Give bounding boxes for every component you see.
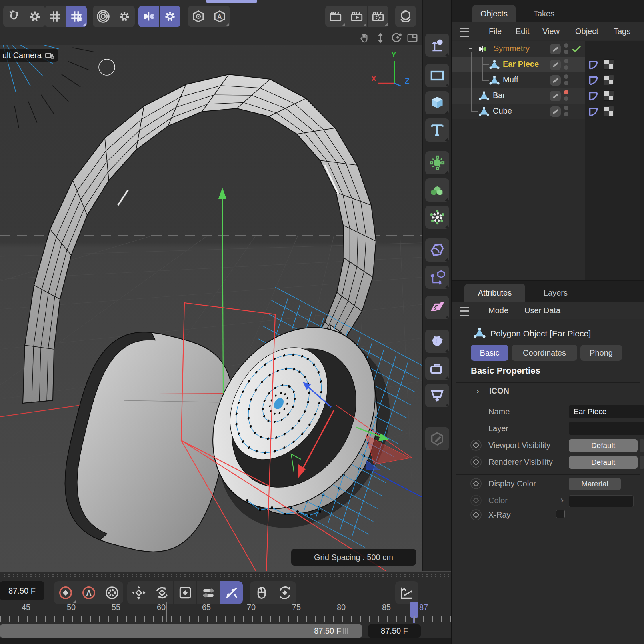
visibility-dot-bottom[interactable] (564, 81, 568, 85)
camera-label[interactable]: ult Camera (0, 49, 58, 62)
hexagon-annotate-icon[interactable]: A (209, 6, 230, 27)
dolly-arrows-icon[interactable] (373, 32, 387, 44)
keyframe-settings-button[interactable] (100, 581, 123, 604)
key-rotation-button[interactable] (150, 581, 173, 604)
end-frame-field[interactable]: 87.50 F (368, 624, 421, 638)
playhead[interactable] (410, 602, 418, 618)
color-expand-chevron[interactable]: › (560, 494, 564, 506)
icon-group-header[interactable]: ICON (489, 386, 509, 396)
timeline-grip[interactable] (2, 573, 449, 578)
phong-tag-icon[interactable] (588, 106, 598, 117)
layer-field[interactable] (569, 422, 644, 435)
key-filter-off-button[interactable] (220, 581, 243, 604)
visibility-dot-top-red[interactable] (564, 90, 568, 94)
autokey-button[interactable]: A (77, 581, 100, 604)
scrub-grip-icon[interactable] (343, 628, 344, 634)
visibility-dot-bottom[interactable] (564, 96, 568, 101)
tab-layers[interactable]: Layers (532, 284, 580, 302)
rectangle-spline-icon[interactable] (425, 64, 449, 87)
key-position-button[interactable] (127, 581, 150, 604)
object-name[interactable]: Symmetry (494, 44, 530, 53)
name-field[interactable] (569, 405, 644, 418)
object-name[interactable]: Ear Piece (503, 60, 539, 69)
object-row-muff[interactable]: Muff (452, 72, 585, 88)
dropdown-arrow-strip[interactable] (640, 439, 644, 452)
edit-pencil-icon[interactable] (550, 106, 561, 117)
object-name[interactable]: Muff (503, 75, 518, 84)
keyframe-diamond-icon[interactable] (470, 439, 482, 451)
symmetry-settings-gear-icon[interactable] (159, 6, 180, 27)
graph-editor-button[interactable] (395, 581, 418, 604)
edit-pencil-icon[interactable] (550, 91, 561, 101)
viewport-layout-icon[interactable] (405, 32, 419, 44)
edit-pencil-icon[interactable] (550, 60, 561, 70)
material-pencil-disabled-icon[interactable] (425, 427, 449, 450)
viewport-canvas[interactable] (0, 45, 422, 571)
keyframe-diamond-icon[interactable] (470, 478, 482, 490)
key-parameters-button[interactable] (196, 581, 220, 604)
attr-hamburger-icon[interactable] (460, 307, 469, 316)
xray-checkbox[interactable] (556, 510, 565, 518)
object-row-ear-piece[interactable]: Ear Piece (452, 57, 585, 72)
tab-objects[interactable]: Objects (472, 5, 516, 22)
chevron-right-icon[interactable]: › (476, 386, 479, 396)
edit-pencil-icon[interactable] (550, 44, 561, 54)
texture-tag-icon[interactable] (604, 59, 614, 70)
move-tool-icon[interactable] (425, 34, 449, 57)
symmetry-butterfly-icon[interactable] (138, 6, 159, 27)
expand-box-icon[interactable] (468, 46, 475, 53)
tab-attributes[interactable]: Attributes (464, 284, 525, 302)
instance-axis-icon[interactable] (425, 266, 449, 289)
om-menu-edit[interactable]: Edit (516, 22, 529, 40)
edit-pencil-icon[interactable] (550, 75, 561, 86)
texture-tag-icon[interactable] (604, 90, 614, 101)
tab-takes[interactable]: Takes (522, 5, 566, 22)
visibility-dot-top[interactable] (564, 43, 568, 48)
visibility-dot-top[interactable] (564, 106, 568, 110)
phong-tag-icon[interactable] (588, 59, 598, 70)
concentric-rings-icon[interactable] (93, 6, 114, 27)
text-object-icon[interactable] (425, 118, 449, 142)
render-picture-viewer-icon[interactable] (346, 6, 367, 27)
viewport-visibility-dropdown[interactable]: Default (569, 439, 638, 452)
om-menu-object[interactable]: Object (575, 22, 598, 40)
attr-menu-user-data[interactable]: User Data (524, 302, 560, 319)
simulation-gear-icon[interactable] (425, 206, 449, 229)
object-row-symmetry[interactable]: Symmetry (452, 41, 585, 57)
visibility-dot-top[interactable] (564, 74, 568, 79)
snap-settings-gear-icon[interactable] (24, 6, 45, 27)
workplane-lock-icon[interactable] (66, 6, 87, 27)
modeling-settings-gear-icon[interactable] (114, 6, 135, 27)
timeline-scrub-bar[interactable]: 87.50 F (0, 624, 362, 638)
stage-object-icon[interactable] (425, 384, 449, 407)
deformer-hexagon-icon[interactable] (425, 238, 449, 262)
orbit-icon[interactable] (389, 32, 403, 44)
render-settings-icon[interactable] (367, 6, 388, 27)
current-frame-field[interactable]: 87.50 F (0, 581, 44, 600)
tab-phong[interactable]: Phong (580, 345, 622, 361)
visibility-dot-top[interactable] (564, 59, 568, 63)
phong-tag-icon[interactable] (588, 90, 598, 101)
camera-object-icon[interactable] (425, 357, 449, 380)
trackball-icon[interactable] (395, 6, 416, 27)
keyframe-diamond-icon[interactable] (470, 509, 482, 521)
renderer-visibility-dropdown[interactable]: Default (569, 456, 638, 469)
cube-primitive-icon[interactable] (425, 91, 449, 114)
soft-selection-icon[interactable] (425, 151, 449, 174)
tab-coordinates[interactable]: Coordinates (512, 345, 577, 361)
texture-tag-icon[interactable] (604, 75, 614, 85)
render-view-icon[interactable] (325, 6, 346, 27)
snap-magnet-icon[interactable] (3, 6, 24, 27)
tab-basic[interactable]: Basic (471, 345, 508, 361)
display-color-dropdown[interactable]: Material (569, 478, 621, 490)
object-name[interactable]: Bar (493, 91, 505, 100)
texture-tag-icon[interactable] (604, 106, 614, 116)
om-menu-view[interactable]: View (542, 22, 560, 40)
key-scale-button[interactable] (173, 581, 196, 604)
pan-hand-icon[interactable] (357, 32, 371, 44)
phong-tag-icon[interactable] (588, 75, 598, 86)
visibility-dot-bottom[interactable] (564, 50, 568, 54)
record-keyframe-button[interactable] (54, 581, 77, 604)
visibility-dot-bottom[interactable] (564, 112, 568, 116)
dropdown-arrow-strip[interactable] (640, 456, 644, 469)
